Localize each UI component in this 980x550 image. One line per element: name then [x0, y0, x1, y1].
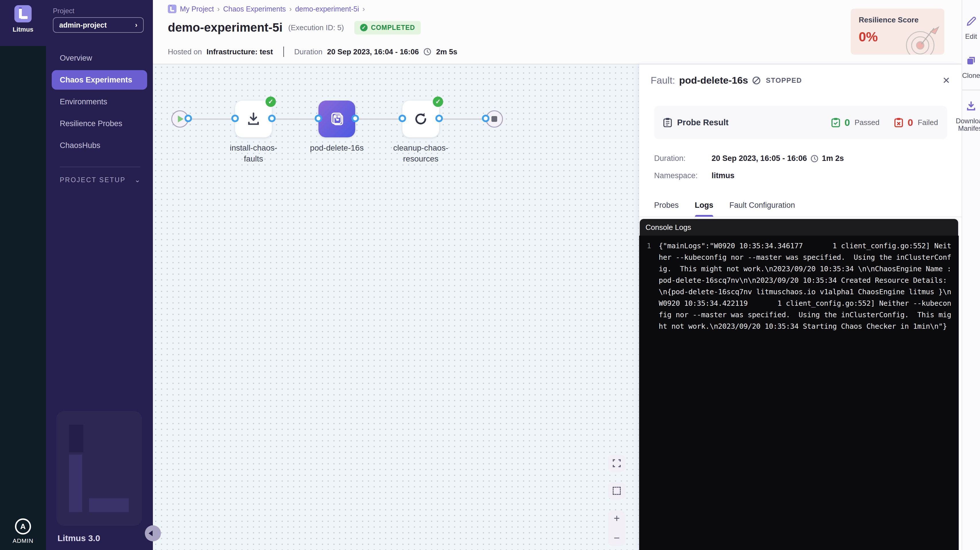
- breadcrumb-my-project[interactable]: My Project: [180, 5, 214, 13]
- fault-tabs: Probes Logs Fault Configuration: [639, 194, 962, 217]
- edit-label: Edit: [965, 33, 977, 40]
- duration-time: 2m 5s: [436, 48, 457, 56]
- console-logs-body[interactable]: 1{"mainLogs":"W0920 10:35:34.346177 1 cl…: [639, 235, 959, 550]
- panel-duration-time: 1m 2s: [822, 154, 844, 163]
- sidebar-item-resilience-probes[interactable]: Resilience Probes: [52, 114, 147, 134]
- sidebar-item-overview[interactable]: Overview: [52, 48, 147, 68]
- node-pod-delete-16s[interactable]: [318, 100, 355, 137]
- clock-icon: [423, 48, 431, 56]
- clone-icon: [966, 55, 977, 66]
- tab-logs[interactable]: Logs: [695, 201, 714, 217]
- zoom-out-button[interactable]: −: [614, 533, 620, 542]
- fit-to-screen-button[interactable]: [608, 455, 625, 472]
- duration-value: 20 Sep 2023, 16:04 - 16:06: [327, 48, 419, 56]
- node-label-install-chaos-faults: install-chaos- faults: [210, 143, 297, 164]
- panel-duration-value: 20 Sep 2023, 16:05 - 16:06: [711, 154, 807, 163]
- stopped-icon: [752, 76, 761, 85]
- log-line: W0920 10:35:34.422119 1 client_config.go…: [659, 298, 951, 309]
- breadcrumb-experiment[interactable]: demo-experiment-5i: [295, 5, 359, 13]
- stop-icon: [492, 116, 497, 122]
- zoom-control: + −: [608, 510, 625, 546]
- avatar[interactable]: A: [15, 518, 31, 534]
- action-rail: Edit Clone Download Manifest: [962, 0, 980, 550]
- sidebar-nav: Overview Chaos Experiments Environments …: [46, 46, 153, 157]
- refresh-icon: [412, 110, 430, 127]
- project-setup-toggle[interactable]: PROJECT SETUP ⌄: [60, 176, 140, 184]
- port: [482, 114, 489, 122]
- litmus-logo-block[interactable]: Litmus: [0, 0, 46, 46]
- clone-label: Clone: [962, 72, 980, 79]
- passed-label: Passed: [855, 118, 880, 127]
- download-manifest-button[interactable]: Download Manifest: [962, 100, 980, 132]
- log-line: her --kubeconfig nor --master was specif…: [659, 252, 951, 263]
- log-line: ht not work.\n2023/09/20 10:35:34 Starti…: [659, 321, 947, 332]
- page-header: My Project › Chaos Experiments › demo-ex…: [153, 0, 962, 64]
- sidebar: Project admin-project › Overview Chaos E…: [46, 0, 153, 550]
- failed-count: 0: [908, 117, 913, 128]
- namespace-label: Namespace:: [654, 171, 711, 180]
- port: [315, 114, 322, 122]
- litmus-logo-icon: [14, 5, 32, 22]
- port: [185, 114, 192, 122]
- rail-divider: [962, 90, 980, 90]
- success-check-icon: ✓: [433, 97, 443, 107]
- breadcrumb-separator: ›: [217, 5, 220, 13]
- probe-result-box: Probe Result 0 Passed 0 Failed: [654, 106, 947, 139]
- log-line: fig nor --master was specified. Using th…: [659, 309, 951, 321]
- close-icon[interactable]: ✕: [942, 75, 950, 86]
- port: [231, 114, 239, 122]
- sidebar-item-environments[interactable]: Environments: [52, 92, 147, 111]
- target-illustration: [901, 22, 942, 55]
- sidebar-item-chaoshubs[interactable]: ChaosHubs: [52, 136, 147, 155]
- project-label: Project: [53, 7, 75, 15]
- passed-count: 0: [845, 117, 850, 128]
- pencil-icon: [966, 16, 977, 27]
- edit-button[interactable]: Edit: [962, 16, 980, 40]
- node-cleanup-chaos-resources[interactable]: [402, 100, 439, 137]
- clipboard-icon: [663, 118, 672, 127]
- breadcrumb-chaos-experiments[interactable]: Chaos Experiments: [223, 5, 286, 13]
- tab-probes[interactable]: Probes: [654, 201, 679, 217]
- fullscreen-icon: [613, 459, 621, 467]
- fault-detail-panel: Fault: pod-delete-16s STOPPED ✕ Probe Re…: [639, 64, 962, 550]
- admin-menu[interactable]: A ADMIN: [0, 518, 46, 544]
- clone-button[interactable]: Clone: [962, 55, 980, 79]
- icon-rail: Litmus A ADMIN: [0, 0, 46, 550]
- zoom-in-button[interactable]: +: [614, 514, 620, 523]
- project-setup-label: PROJECT SETUP: [60, 176, 126, 184]
- node-label-cleanup-chaos-resources: cleanup-chaos- resources: [378, 143, 464, 164]
- breadcrumb-separator: ›: [290, 5, 292, 13]
- litmus-logo-label: Litmus: [13, 26, 33, 33]
- divider: [283, 46, 284, 57]
- status-badge: ✓ COMPLETED: [354, 21, 421, 35]
- probe-result-title: Probe Result: [677, 118, 729, 127]
- download-icon: [966, 100, 977, 111]
- port: [268, 114, 275, 122]
- project-select[interactable]: admin-project ›: [53, 17, 144, 33]
- console-logs-header: Console Logs: [639, 218, 959, 235]
- clock-icon: [810, 154, 818, 163]
- tab-fault-configuration[interactable]: Fault Configuration: [729, 201, 795, 217]
- sidebar-divider: [60, 167, 140, 167]
- litmus-watermark: [56, 411, 142, 526]
- marquee-select-button[interactable]: [608, 482, 625, 499]
- fault-status: STOPPED: [766, 76, 802, 84]
- page-title: demo-experiment-5i: [168, 21, 283, 35]
- canvas-controls: + −: [608, 455, 625, 546]
- breadcrumb-separator: ›: [363, 5, 365, 13]
- sidebar-item-chaos-experiments[interactable]: Chaos Experiments: [52, 70, 147, 90]
- duration-label: Duration: [294, 48, 323, 56]
- infrastructure-value: Infrastructure: test: [207, 48, 273, 56]
- download-icon: [245, 111, 261, 127]
- download-manifest-label: Download Manifest: [956, 117, 980, 132]
- failed-label: Failed: [918, 118, 938, 127]
- project-name: admin-project: [59, 21, 107, 29]
- node-install-chaos-faults[interactable]: [235, 100, 272, 137]
- sidebar-collapse-button[interactable]: [145, 525, 161, 541]
- panel-duration-label: Duration:: [654, 154, 711, 163]
- collapse-arrow-icon: [149, 531, 153, 536]
- success-check-icon: ✓: [266, 97, 276, 107]
- admin-label: ADMIN: [13, 537, 33, 544]
- fault-label: Fault:: [651, 75, 675, 86]
- resilience-score-card: Resilience Score 0%: [851, 9, 944, 55]
